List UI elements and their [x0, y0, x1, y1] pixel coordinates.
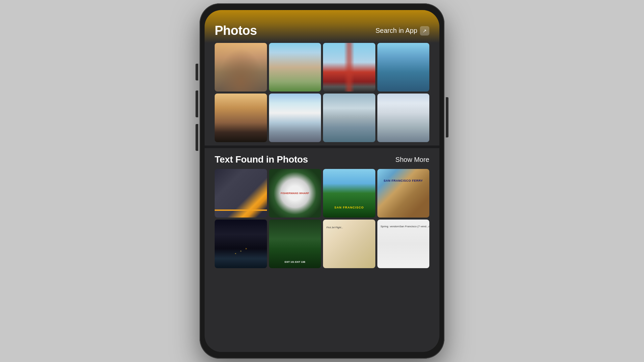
photos-grid [215, 43, 429, 142]
photos-header: Photos Search in App ↗ [205, 10, 439, 43]
text-found-title: Text Found in Photos [215, 154, 308, 165]
search-in-app-label: Search in App [375, 27, 417, 35]
section-divider [205, 145, 439, 148]
text-photo-cell[interactable] [323, 169, 375, 218]
text-photo-cell[interactable] [269, 220, 321, 268]
photo-cell[interactable] [269, 43, 321, 92]
photo-cell[interactable] [215, 43, 267, 92]
search-in-app-button[interactable]: Search in App ↗ [375, 26, 429, 36]
section-header: Text Found in Photos Show More [205, 148, 439, 169]
phone-frame: Photos Search in App ↗ [200, 3, 444, 359]
text-photos-grid-row1 [205, 169, 439, 218]
power-button[interactable] [446, 97, 448, 137]
photo-cell[interactable] [377, 94, 430, 142]
text-photo-cell[interactable] [215, 220, 267, 268]
mute-button[interactable] [196, 64, 198, 80]
volume-down-button[interactable] [196, 124, 198, 151]
volume-up-button[interactable] [196, 90, 198, 117]
text-photo-cell[interactable] [377, 169, 430, 218]
text-photo-cell[interactable] [323, 220, 375, 268]
screen-content: Photos Search in App ↗ [205, 10, 439, 352]
text-found-section: Text Found in Photos Show More [205, 148, 439, 352]
text-photos-grid-row2 [205, 218, 439, 268]
photo-cell[interactable] [323, 94, 375, 142]
page-title: Photos [215, 23, 257, 38]
photo-cell[interactable] [215, 94, 267, 142]
photos-grid-section [205, 43, 439, 145]
text-photo-cell[interactable] [215, 169, 267, 218]
photo-cell[interactable] [269, 94, 321, 142]
photo-cell[interactable] [377, 43, 430, 92]
photo-cell[interactable] [323, 43, 375, 92]
phone-screen: Photos Search in App ↗ [205, 10, 439, 352]
text-photo-cell[interactable] [269, 169, 321, 218]
text-photo-cell[interactable] [377, 220, 430, 268]
arrow-up-right-icon: ↗ [420, 26, 429, 36]
show-more-button[interactable]: Show More [395, 156, 429, 164]
